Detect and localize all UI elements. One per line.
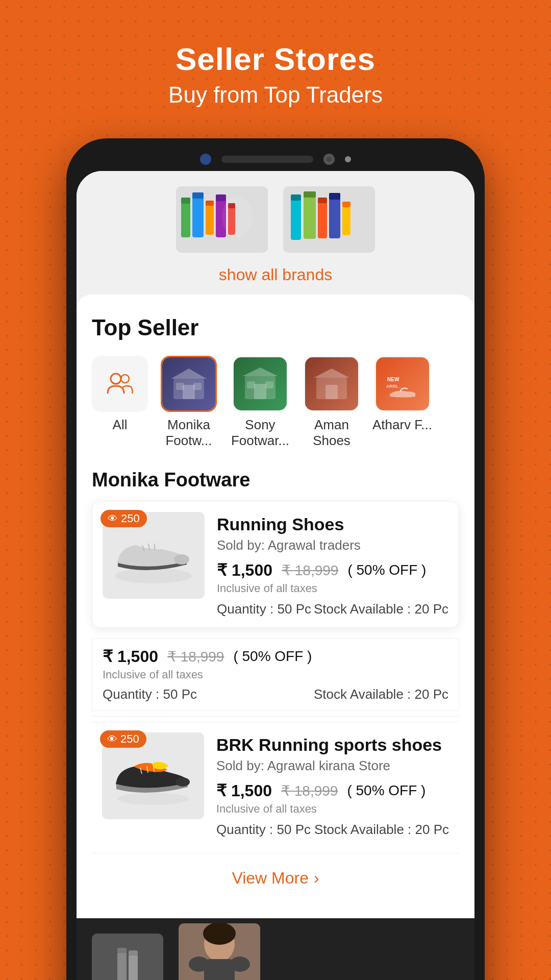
quantity-2: Quantity : 50 Pc — [103, 687, 197, 702]
svg-rect-48 — [117, 951, 127, 980]
views-badge-3: 👁 250 — [100, 730, 146, 748]
price-discount-1: ( 50% OFF ) — [347, 562, 426, 578]
product-card-2[interactable]: ₹ 1,500 ₹ 18,999 ( 50% OFF ) Inclusive o… — [92, 638, 459, 711]
white-card: Top Seller All — [77, 295, 474, 918]
svg-point-43 — [117, 793, 189, 805]
svg-rect-49 — [117, 948, 127, 953]
svg-rect-20 — [342, 202, 350, 207]
product-seller-3: Sold by: Agrawal kirana Store — [216, 758, 449, 774]
svg-line-46 — [154, 766, 154, 772]
price-current-3: ₹ 1,500 — [216, 781, 272, 800]
seller-tab-img-aman — [304, 356, 360, 412]
divider-1 — [92, 716, 459, 717]
svg-rect-15 — [318, 202, 327, 238]
svg-marker-29 — [242, 368, 278, 376]
seller-tab-label-sony: Sony Footwar... — [230, 417, 291, 449]
seller-tab-img-monika — [161, 356, 217, 412]
svg-rect-17 — [329, 198, 340, 238]
brands-section: show all brands — [77, 171, 474, 295]
brand-thumb-1[interactable] — [176, 186, 268, 253]
price-inclusive-1: Inclusive of all taxes — [217, 582, 448, 595]
camera-dot-icon — [345, 156, 351, 162]
seller-tab-monika[interactable]: Monika Footw... — [158, 356, 219, 449]
svg-marker-24 — [171, 369, 207, 379]
bottom-product-thumb — [92, 934, 163, 980]
svg-rect-12 — [291, 194, 301, 201]
price-discount-3: ( 50% OFF ) — [347, 782, 425, 799]
seller-tab-aman[interactable]: Aman Shoes — [301, 356, 362, 449]
seller-tab-label-monika: Monika Footw... — [158, 417, 219, 449]
brand-thumb-2[interactable] — [283, 186, 375, 253]
svg-rect-13 — [304, 195, 316, 239]
svg-rect-50 — [129, 954, 138, 980]
views-count-3: 250 — [120, 732, 139, 746]
svg-rect-7 — [216, 194, 226, 201]
brands-row — [176, 186, 375, 253]
svg-point-56 — [230, 957, 250, 972]
page-wrapper: Seller Stores Buy from Top Traders — [0, 0, 551, 980]
svg-text:NEW: NEW — [387, 377, 399, 382]
eye-icon-3: 👁 — [107, 733, 117, 745]
camera-left-icon — [200, 154, 211, 165]
svg-rect-11 — [291, 199, 301, 240]
show-all-brands-link[interactable]: show all brands — [219, 265, 332, 284]
svg-rect-30 — [254, 384, 266, 399]
seller-tab-atharv[interactable]: NEW ARRI... Atharv F... — [372, 356, 432, 449]
monika-store-img — [162, 357, 215, 410]
top-seller-heading: Top Seller — [92, 315, 459, 340]
seller-tab-label-atharv: Atharv F... — [372, 417, 432, 433]
product-card-3[interactable]: 👁 250 — [92, 722, 459, 848]
view-more-row: View More › — [92, 853, 459, 903]
page-title: Seller Stores — [168, 41, 383, 77]
svg-rect-19 — [342, 206, 350, 235]
aman-store-img — [305, 357, 358, 410]
product-stock-1: Quantity : 50 Pc Stock Available : 20 Pc — [217, 601, 448, 617]
seller-tabs: All — [92, 356, 459, 449]
svg-rect-18 — [329, 193, 340, 200]
seller-tab-sony[interactable]: Sony Footwar... — [230, 356, 291, 449]
phone-screen: show all brands Top Seller — [77, 171, 474, 980]
seller-tab-label-aman: Aman Shoes — [301, 417, 362, 449]
price-inclusive-2: Inclusive of all taxes — [103, 668, 448, 681]
page-subtitle: Buy from Top Traders — [168, 82, 383, 108]
view-more-button[interactable]: View More › — [232, 869, 319, 888]
svg-point-38 — [115, 568, 192, 583]
sony-store-img — [234, 357, 287, 410]
svg-rect-4 — [206, 204, 214, 235]
svg-rect-26 — [176, 383, 184, 390]
product-stock-2: Quantity : 50 Pc Stock Available : 20 Pc — [103, 687, 448, 702]
product-info-1: Running Shoes Sold by: Agrawal traders ₹… — [217, 512, 448, 617]
svg-point-53 — [203, 923, 236, 945]
price-inclusive-3: Inclusive of all taxes — [216, 802, 449, 816]
stock-3: Stock Available : 20 Pc — [314, 822, 449, 838]
svg-point-42 — [174, 554, 189, 565]
stock-1: Stock Available : 20 Pc — [314, 601, 448, 617]
svg-rect-5 — [206, 201, 214, 206]
seller-tab-label-all: All — [113, 417, 128, 433]
atharv-store-img: NEW ARRI... — [376, 357, 429, 410]
bottom-person-thumb — [179, 923, 260, 980]
product-info-3: BRK Running sports shoes Sold by: Agrawa… — [216, 732, 449, 838]
product-pricing-1: ₹ 1,500 ₹ 18,999 ( 50% OFF ) — [217, 560, 448, 580]
phone-speaker — [221, 156, 313, 163]
eye-icon: 👁 — [108, 513, 118, 525]
price-original-3: ₹ 18,999 — [281, 782, 338, 799]
svg-point-47 — [176, 777, 190, 787]
partial-pricing-2: ₹ 1,500 ₹ 18,999 ( 50% OFF ) — [103, 647, 448, 666]
price-original-1: ₹ 18,999 — [282, 562, 338, 579]
product-name-3: BRK Running sports shoes — [216, 735, 449, 755]
product-card-1[interactable]: 👁 250 — [92, 501, 459, 628]
product-stock-3: Quantity : 50 Pc Stock Available : 20 Pc — [216, 822, 449, 838]
svg-text:ARRI...: ARRI... — [386, 384, 401, 389]
phone-top-bar — [77, 154, 474, 165]
seller-tab-all[interactable]: All — [92, 356, 148, 449]
svg-rect-51 — [129, 950, 138, 955]
price-discount-2: ( 50% OFF ) — [233, 648, 312, 665]
svg-point-22 — [121, 375, 129, 383]
bottom-dark-bar — [77, 918, 474, 980]
active-seller-name: Monika Footware — [92, 469, 459, 491]
seller-tab-img-atharv: NEW ARRI... — [374, 356, 431, 412]
header-section: Seller Stores Buy from Top Traders — [168, 41, 383, 108]
svg-rect-27 — [193, 383, 202, 390]
svg-rect-25 — [183, 385, 195, 399]
